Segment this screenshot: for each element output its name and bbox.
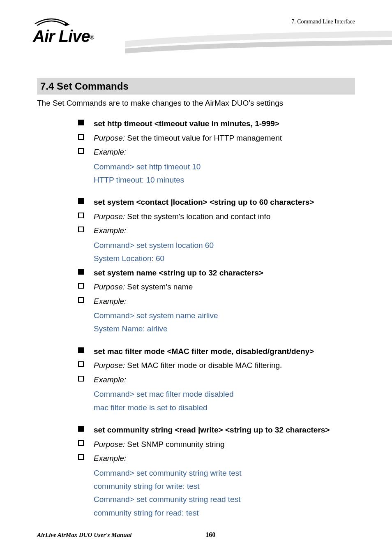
purpose-label: Purpose: <box>94 134 127 142</box>
open-square-icon <box>78 361 84 367</box>
command-block: set system name <string up to 32 charact… <box>78 267 355 335</box>
open-square-icon <box>78 227 84 232</box>
command-block: set http timeout <timeout value in minut… <box>78 118 355 186</box>
page-footer: AirLive AirMax DUO User's Manual 160 <box>37 531 355 539</box>
example-line: Command> set system location 60 <box>94 239 355 252</box>
example-line: System Location: 60 <box>94 252 355 265</box>
filled-square-icon <box>78 426 84 432</box>
example-line: Command> set mac filter mode disabled <box>94 388 355 400</box>
purpose-label: Purpose: <box>94 282 127 291</box>
example-label: Example: <box>94 225 126 237</box>
open-square-icon <box>78 376 84 382</box>
command-title: set http timeout <timeout value in minut… <box>94 118 279 130</box>
command-block: set system <contact |location> <string u… <box>78 197 355 265</box>
footer-page-number: 160 <box>205 531 215 539</box>
command-title: set community string <read |write> <stri… <box>94 424 330 436</box>
example-line: HTTP timeout: 10 minutes <box>94 174 355 186</box>
logo-text: Air Live <box>33 27 90 45</box>
example-line: community string for read: test <box>94 507 355 519</box>
command-title: set system <contact |location> <string u… <box>94 197 314 208</box>
purpose-text: Set the system's location and contact in… <box>127 212 270 221</box>
open-square-icon <box>78 148 84 154</box>
command-purpose: Purpose: Set SNMP community string <box>94 439 225 451</box>
chapter-label: 7. Command Line Interface <box>291 18 355 25</box>
open-square-icon <box>78 134 84 140</box>
filled-square-icon <box>78 120 84 125</box>
purpose-label: Purpose: <box>94 361 127 370</box>
intro-text: The Set Commands are to make changes to … <box>37 99 355 108</box>
logo-registered-icon: ® <box>90 34 94 41</box>
command-purpose: Purpose: Set the system's location and c… <box>94 211 270 223</box>
command-purpose: Purpose: Set MAC filter mode or disable … <box>94 360 282 372</box>
command-title: set system name <string up to 32 charact… <box>94 267 263 279</box>
example-line: System Name: airlive <box>94 323 355 335</box>
purpose-label: Purpose: <box>94 440 127 449</box>
example-line: Command> set http timeout 10 <box>94 161 355 173</box>
purpose-text: Set SNMP community string <box>127 440 224 449</box>
open-square-icon <box>78 297 84 303</box>
filled-square-icon <box>78 347 84 353</box>
purpose-text: Set the timeout value for HTTP managemen… <box>127 134 282 142</box>
command-purpose: Purpose: Set system's name <box>94 281 193 293</box>
open-square-icon <box>78 283 84 289</box>
example-line: community string for write: test <box>94 480 355 493</box>
filled-square-icon <box>78 198 84 204</box>
command-block: set community string <read |write> <stri… <box>78 424 355 519</box>
command-block: set mac filter mode <MAC filter mode, di… <box>78 346 355 414</box>
purpose-text: Set MAC filter mode or disable MAC filte… <box>127 361 282 370</box>
open-square-icon <box>78 454 84 460</box>
open-square-icon <box>78 213 84 218</box>
command-title: set mac filter mode <MAC filter mode, di… <box>94 346 314 358</box>
example-label: Example: <box>94 374 126 386</box>
purpose-text: Set system's name <box>127 282 193 291</box>
filled-square-icon <box>78 269 84 275</box>
section-heading: 7.4 Set Commands <box>37 78 355 95</box>
command-purpose: Purpose: Set the timeout value for HTTP … <box>94 132 282 144</box>
purpose-label: Purpose: <box>94 212 127 221</box>
example-line: Command> set community string write test <box>94 467 355 479</box>
example-line: Command> set system name airlive <box>94 310 355 322</box>
example-label: Example: <box>94 453 126 465</box>
example-line: Command> set community string read test <box>94 493 355 506</box>
example-label: Example: <box>94 296 126 308</box>
example-label: Example: <box>94 146 126 158</box>
brand-logo: Air Live® <box>33 16 94 46</box>
footer-manual-title: AirLive AirMax DUO User's Manual <box>37 532 131 539</box>
example-line: mac filter mode is set to disabled <box>94 402 355 414</box>
page-content: 7.4 Set Commands The Set Commands are to… <box>0 78 392 519</box>
logo-arc-icon <box>33 16 70 27</box>
header-swoosh-icon <box>125 29 392 62</box>
open-square-icon <box>78 440 84 446</box>
